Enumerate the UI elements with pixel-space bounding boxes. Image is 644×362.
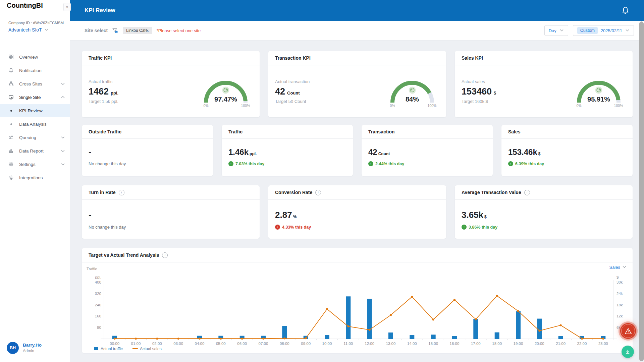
sidebar-item-overview[interactable]: Overview — [0, 50, 70, 64]
change-indicator: ↓4.33% this day — [275, 225, 439, 230]
sidebar-item-notification[interactable]: Notification — [0, 64, 70, 77]
chevron-down-icon — [61, 149, 65, 153]
svg-text:16:00: 16:00 — [450, 342, 460, 346]
gauge-percent: 95.91% — [587, 96, 610, 103]
card-title: Traffic — [228, 129, 243, 134]
info-icon[interactable]: i — [119, 190, 124, 195]
gauge-max: 100% — [428, 104, 437, 108]
download-fab-button[interactable] — [622, 346, 634, 358]
filter-icon[interactable] — [112, 28, 118, 34]
sidebar-item-data-report[interactable]: Data Report — [0, 144, 70, 158]
page-title: KPI Review — [85, 7, 115, 14]
site-chip[interactable]: Linkou Café. — [123, 27, 152, 34]
traffic-kpi-card: Traffic KPIActual traffic1462ppl.Target … — [82, 51, 260, 117]
card-title: Sales — [508, 129, 521, 134]
smiley-icon — [222, 87, 229, 94]
svg-text:ppl.: ppl. — [95, 275, 101, 279]
date-picker[interactable]: Custom 2025/02/11 — [573, 25, 634, 36]
chevron-up-icon — [61, 95, 65, 99]
svg-text:00:00: 00:00 — [110, 342, 119, 346]
svg-text:13:00: 13:00 — [386, 342, 396, 346]
alert-fab-button[interactable] — [620, 323, 636, 339]
svg-text:17:00: 17:00 — [471, 342, 481, 346]
bell-icon — [8, 68, 14, 73]
transaction-kpi-card: Transaction KPIActual transaction42Count… — [268, 51, 446, 117]
change-text: 4.33% this day — [282, 225, 311, 230]
sidebar-item-cross-sites[interactable]: Cross Sites — [0, 77, 70, 90]
sidebar-item-kpi-review[interactable]: KPI Review — [0, 104, 70, 117]
svg-text:04:00: 04:00 — [195, 342, 205, 346]
avatar: BH — [7, 342, 19, 354]
stat-unit: % — [293, 215, 297, 219]
change-text: 3.86% this day — [469, 225, 497, 230]
sidebar-item-data-analysis[interactable]: Data Analysis — [0, 117, 70, 131]
company-selector[interactable]: Advantech SIoT — [8, 27, 64, 33]
trend-chart: Trafficppl.$801602403204006k12k18k24k30k… — [82, 263, 633, 353]
change-text: 7.03% this day — [235, 162, 264, 166]
site-select-label: Site select — [85, 28, 108, 33]
chart-title: Target vs Actual Trend Analysis — [89, 252, 159, 258]
svg-text:400: 400 — [95, 280, 101, 284]
sidebar-item-settings[interactable]: Settings — [0, 158, 70, 171]
info-icon[interactable]: i — [524, 190, 530, 195]
chevron-down-icon — [622, 265, 627, 270]
sidebar-item-single-site[interactable]: Single Site — [0, 90, 70, 104]
chevron-down-icon — [61, 162, 65, 166]
svg-text:15:00: 15:00 — [428, 342, 438, 346]
stat-unit: ppl. — [250, 152, 257, 156]
svg-text:Actual traffic: Actual traffic — [101, 347, 123, 351]
sales-card: Sales153.46k$↑6.39% this day — [501, 125, 633, 176]
bullet-icon — [8, 110, 14, 112]
legend-actual-sales[interactable]: Actual sales — [133, 347, 162, 351]
company-name: Advantech SIoT — [8, 27, 42, 33]
gear-icon — [8, 162, 14, 167]
down-change-icon: ↓ — [275, 225, 280, 230]
gauge-min: 0% — [203, 104, 208, 108]
kpi-target: Target 1.5k ppl. — [89, 99, 118, 104]
kpi-target: Target 50 Count — [275, 99, 310, 104]
scrollbar-thumb[interactable] — [639, 21, 644, 361]
stat-value: 1.46k — [228, 147, 249, 157]
legend-actual-traffic[interactable]: Actual traffic — [94, 347, 123, 351]
site-warning-text: *Please select one site — [157, 28, 201, 33]
sidebar-item-label: Data Analysis — [19, 122, 47, 127]
sidebar-item-label: Overview — [19, 55, 38, 60]
period-dropdown[interactable]: Day — [544, 25, 568, 36]
svg-text:30k: 30k — [616, 280, 623, 284]
gauge-max: 100% — [614, 104, 623, 108]
sidebar-item-integrations[interactable]: Integrations — [0, 171, 70, 184]
filter-bar: Site select Linkou Café. *Please select … — [70, 21, 644, 41]
sidebar-item-queuing[interactable]: Queuing — [0, 131, 70, 144]
svg-text:24k: 24k — [616, 292, 623, 296]
stat-value: - — [89, 210, 92, 220]
sidebar-item-label: Notification — [19, 68, 42, 73]
kpi-gauge: 97.47%0%100% — [199, 75, 252, 108]
change-indicator: ↑3.86% this day — [462, 225, 626, 230]
right-axis-selector[interactable]: Sales — [609, 265, 627, 270]
kpi-unit: Count — [287, 90, 300, 96]
integrations-icon — [8, 175, 14, 180]
sidebar-item-label: KPI Review — [19, 108, 43, 113]
stat-unit: Count — [378, 152, 390, 156]
card-title: Transaction KPI — [275, 55, 311, 61]
top-header: KPI Review — [70, 0, 644, 21]
notification-bell-icon[interactable] — [621, 6, 630, 15]
change-indicator: ↑2.44% this day — [368, 161, 486, 166]
stat-unit: $ — [484, 215, 487, 219]
no-change-note: No change this day — [89, 161, 206, 166]
svg-text:14:00: 14:00 — [407, 342, 417, 346]
svg-text:08:00: 08:00 — [280, 342, 289, 346]
sidebar-collapse-button[interactable]: « — [63, 3, 71, 11]
info-icon[interactable]: i — [315, 190, 321, 195]
stat-value: 2.87 — [275, 210, 292, 220]
svg-text:$: $ — [616, 275, 619, 279]
sidebar-item-label: Integrations — [19, 175, 43, 180]
user-profile[interactable]: BH Barry.Ho Admin — [7, 342, 42, 354]
company-block: Company ID : dWa26ZsECMSM Advantech SIoT — [8, 21, 64, 33]
kpi-unit: ppl. — [111, 90, 118, 96]
card-title: Conversion Rate — [275, 190, 312, 195]
device-icon — [8, 95, 14, 100]
stat-value: 153.46k — [508, 147, 537, 157]
download-icon — [625, 349, 631, 355]
info-icon[interactable]: i — [162, 252, 168, 258]
